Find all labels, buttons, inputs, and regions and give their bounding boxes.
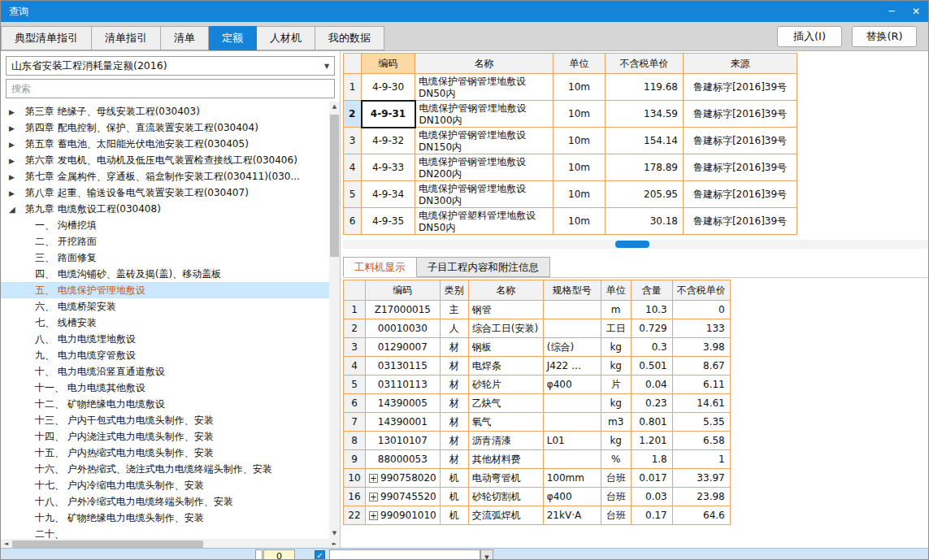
col-header-unit[interactable]: 单位: [601, 280, 631, 301]
main-tab[interactable]: 清单: [161, 26, 209, 50]
cell-type[interactable]: 材: [440, 376, 468, 394]
cell-name[interactable]: 电缆保护管塑料管埋地敷设 DN50内: [415, 208, 553, 235]
quota-row[interactable]: 6 4-9-35 电缆保护管塑料管埋地敷设 DN50内 10m 30.18 鲁建…: [344, 208, 797, 235]
row-number[interactable]: 4: [344, 154, 362, 181]
tree-item[interactable]: 十二、 矿物绝缘电力电缆敷设: [1, 396, 329, 412]
cell-qty[interactable]: 0.3: [631, 338, 672, 357]
row-number[interactable]: 7: [344, 413, 366, 432]
tree-expand-icon[interactable]: [9, 119, 22, 137]
tree-expand-icon[interactable]: [9, 152, 22, 169]
quota-row[interactable]: 3 4-9-32 电缆保护管钢管埋地敷设 DN150内 10m 154.14 鲁…: [344, 128, 797, 154]
row-number[interactable]: 9: [344, 450, 366, 469]
cell-qty[interactable]: 0.17: [631, 506, 672, 525]
cell-source[interactable]: 鲁建标字[2016]39号: [684, 74, 797, 101]
cell-code[interactable]: 990758020: [366, 469, 441, 488]
col-header-price[interactable]: 不含税单价: [606, 54, 684, 74]
cell-spec[interactable]: L01: [543, 432, 601, 450]
tree-item[interactable]: 第九章 电缆敷设工程(030408): [1, 201, 329, 217]
tree-item[interactable]: 十、 电力电缆沿竖直通道敷设: [1, 363, 329, 380]
cell-code[interactable]: Z17000015: [366, 301, 441, 319]
resource-row[interactable]: 4 03130115 材 电焊条 J422 … kg 0.501 8.67: [344, 357, 731, 376]
cell-type[interactable]: 人: [440, 319, 468, 338]
cell-name[interactable]: 钢板: [468, 338, 543, 357]
row-number[interactable]: 3: [344, 128, 362, 154]
col-header-qty[interactable]: 含量: [631, 280, 672, 301]
cell-type[interactable]: 机: [440, 488, 468, 506]
tree-item[interactable]: 十七、 户内冷缩电力电缆头制作、安装: [1, 477, 329, 493]
quota-library-select[interactable]: 山东省安装工程消耗量定额(2016): [6, 56, 335, 76]
cell-unit[interactable]: m3: [601, 413, 631, 432]
cell-price[interactable]: 8.67: [672, 357, 730, 376]
expand-plus-icon[interactable]: [369, 474, 378, 483]
resource-row[interactable]: 1 Z17000015 主 钢管 m 10.3 0: [344, 301, 731, 319]
cell-unit[interactable]: 10m: [553, 181, 606, 208]
detail-tab[interactable]: 工料机显示: [343, 257, 417, 277]
cell-type[interactable]: 机: [440, 469, 468, 488]
cell-price[interactable]: 30.18: [606, 208, 684, 235]
cell-name[interactable]: 电焊条: [468, 357, 543, 376]
tree-item[interactable]: 第六章 发电机、电动机及低压电气装置检查接线工程(030406): [1, 152, 329, 168]
cell-price[interactable]: 133: [672, 319, 730, 338]
tree-item[interactable]: 十九、 矿物绝缘电力电缆头制作、安装: [1, 510, 329, 526]
cell-price[interactable]: 1: [672, 450, 730, 469]
expand-plus-icon[interactable]: [369, 493, 378, 501]
main-tab[interactable]: 清单指引: [92, 26, 161, 50]
cell-code[interactable]: 4-9-33: [362, 154, 415, 181]
close-button[interactable]: ✕: [904, 1, 928, 22]
cell-price[interactable]: 3.98: [672, 338, 730, 357]
scroll-up-icon[interactable]: ▲: [329, 102, 340, 112]
tree-expand-icon[interactable]: [9, 201, 22, 218]
cell-qty[interactable]: 0.03: [631, 488, 672, 506]
cell-code[interactable]: 4-9-30: [362, 74, 415, 101]
tree-item[interactable]: 五、 电缆保护管理地敷设: [1, 282, 329, 298]
tree-expand-icon[interactable]: [9, 136, 22, 153]
tree-item[interactable]: 一、 沟槽挖填: [1, 217, 329, 233]
cell-price[interactable]: 134.59: [606, 101, 684, 128]
tree-item[interactable]: 第七章 金属构件、穿通板、箱盒制作安装工程(030411)(030...: [1, 168, 329, 184]
row-number[interactable]: 6: [344, 394, 366, 413]
detail-tab[interactable]: 子目工程内容和附注信息: [417, 257, 551, 277]
tree-item[interactable]: 第三章 绝缘子、母线安装工程(030403): [1, 103, 329, 119]
count-field[interactable]: 0: [263, 549, 295, 560]
cell-spec[interactable]: (综合): [543, 338, 601, 357]
row-number[interactable]: 2: [344, 319, 366, 338]
cell-qty[interactable]: 1.8: [631, 450, 672, 469]
cell-qty[interactable]: 0.501: [631, 357, 672, 376]
search-input[interactable]: [6, 79, 335, 98]
col-header-code[interactable]: 编码: [366, 280, 441, 301]
cell-name[interactable]: 氧气: [468, 413, 543, 432]
tree-item[interactable]: 十三、 户内干包式电力电缆头制作、安装: [1, 412, 329, 428]
replace-button[interactable]: 替换(R): [852, 26, 917, 47]
resource-row[interactable]: 22 990901010 机 交流弧焊机 21kV·A 台班 0.17 64.6: [344, 506, 731, 525]
cell-name[interactable]: 电缆保护管钢管埋地敷设 DN150内: [415, 128, 553, 154]
row-number[interactable]: 10: [344, 469, 366, 488]
bottom-dropdown-button[interactable]: [480, 549, 493, 560]
cell-type[interactable]: 材: [440, 432, 468, 450]
cell-source[interactable]: 鲁建标字[2016]39号: [684, 181, 797, 208]
resource-row[interactable]: 16 990745520 机 砂轮切割机 φ400 台班 0.03 23.98: [344, 488, 731, 506]
cell-code[interactable]: 4-9-35: [362, 208, 415, 235]
row-number[interactable]: 5: [344, 376, 366, 394]
tree-item[interactable]: 十四、 户内浇注式电力电缆头制作、安装: [1, 428, 329, 445]
tree-vertical-scrollbar[interactable]: ▲ ▼: [329, 102, 340, 539]
cell-source[interactable]: 鲁建标字[2016]39号: [684, 101, 797, 128]
tree-item[interactable]: 七、 线槽安装: [1, 315, 329, 331]
cell-qty[interactable]: 10.3: [631, 301, 672, 319]
resource-row[interactable]: 9 88000053 材 其他材料费 % 1.8 1: [344, 450, 731, 469]
resource-row[interactable]: 7 14390001 材 氧气 m3 0.801 5.35: [344, 413, 731, 432]
tree-item[interactable]: 第四章 配电控制、保护、直流装置安装工程(030404): [1, 119, 329, 136]
cell-price[interactable]: 64.6: [672, 506, 730, 525]
quota-horizontal-scrollbar[interactable]: [343, 240, 928, 249]
cell-name[interactable]: 电缆保护管钢管埋地敷设 DN50内: [415, 74, 553, 101]
cell-qty[interactable]: 0.23: [631, 394, 672, 413]
cell-source[interactable]: 鲁建标字[2016]39号: [684, 128, 797, 154]
col-header-source[interactable]: 来源: [684, 54, 797, 74]
cell-price[interactable]: 178.89: [606, 154, 684, 181]
cell-code[interactable]: 13010107: [366, 432, 441, 450]
quota-row[interactable]: 1 4-9-30 电缆保护管钢管埋地敷设 DN50内 10m 119.68 鲁建…: [344, 74, 797, 101]
cell-code[interactable]: 4-9-32: [362, 128, 415, 154]
cell-code[interactable]: 88000053: [366, 450, 441, 469]
cell-type[interactable]: 材: [440, 450, 468, 469]
cell-price[interactable]: 23.98: [672, 488, 730, 506]
cell-code[interactable]: 990901010: [366, 506, 441, 525]
